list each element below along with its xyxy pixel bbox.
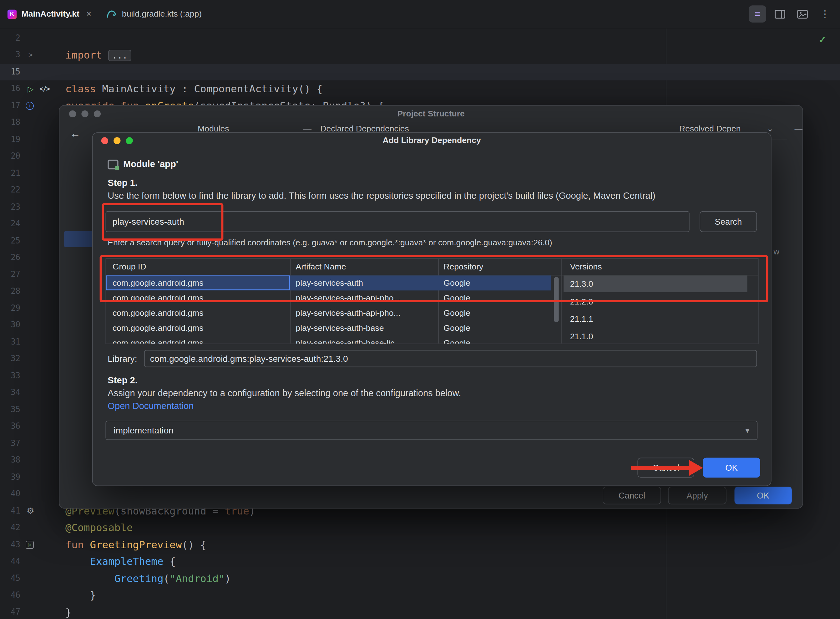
code-token: () { — [182, 538, 206, 550]
code-line: 47} — [0, 604, 840, 619]
dropdown-chevron-icon: ▾ — [746, 426, 750, 435]
fold-icon[interactable]: > — [25, 50, 35, 60]
line-number: 39 — [0, 469, 20, 486]
code-line: 2 — [0, 30, 840, 46]
tab-buildgradle[interactable]: build.gradle.kts (:app) — [99, 0, 209, 28]
collapse-icon[interactable]: — — [794, 124, 803, 134]
step2-text: Assign your dependency to a configuratio… — [107, 388, 756, 399]
tab-mainactivity[interactable]: MainActivity.kt × — [0, 0, 99, 28]
preview-image-icon[interactable] — [794, 5, 811, 22]
configuration-dropdown[interactable]: implementation ▾ — [105, 420, 758, 440]
code-line: 44 ExampleTheme { — [0, 553, 840, 570]
code-text: Greeting("Android") — [66, 570, 231, 587]
code-text: class MainActivity : ComponentActivity()… — [66, 81, 323, 97]
chevron-down-icon[interactable]: ⌄ — [767, 124, 773, 134]
gradle-file-icon — [106, 10, 117, 18]
code-text: } — [66, 604, 72, 619]
line-number: 19 — [0, 131, 20, 148]
ok-button[interactable]: OK — [703, 458, 760, 477]
tab-label: MainActivity.kt — [22, 9, 79, 19]
line-number: 18 — [0, 114, 20, 131]
line-number: 41 — [0, 502, 20, 519]
code-token: MainActivity : ComponentActivity() { — [102, 82, 323, 94]
line-number: 22 — [0, 182, 20, 199]
line-number: 31 — [0, 333, 20, 350]
line-number: 46 — [0, 587, 20, 604]
module-icon — [107, 160, 118, 169]
line-number: 44 — [0, 553, 20, 570]
line-number: 17 — [0, 97, 20, 114]
code-token: Greeting — [115, 572, 164, 584]
annotation-arrow-shaft — [631, 466, 690, 470]
gutter-icons: ▷ — [25, 536, 34, 553]
version-item[interactable]: 21.1.0 — [562, 327, 759, 344]
line-number: 24 — [0, 215, 20, 232]
tags-icon[interactable]: </> — [40, 84, 49, 94]
step1-title: Step 1. — [107, 178, 137, 189]
annotation-rect-results — [100, 255, 768, 302]
code-token — [66, 555, 90, 567]
window-title: Project Structure — [60, 109, 803, 119]
modules-panel-title: Modules — [198, 124, 229, 134]
line-number: 2 — [0, 30, 20, 46]
ps-ok-button[interactable]: OK — [735, 487, 792, 504]
gutter-icons: ⚙ — [25, 502, 35, 519]
resolved-dependencies-header: Resolved Depen — [679, 124, 740, 134]
code-token: GreetingPreview — [90, 538, 182, 550]
run-icon[interactable]: ▷ — [25, 84, 35, 94]
code-token: } — [66, 589, 96, 601]
compose-icon[interactable]: ▷ — [25, 541, 34, 549]
code-token: ) — [225, 572, 231, 584]
declared-dependencies-header: Declared Dependencies — [320, 124, 409, 134]
code-token: ExampleTheme — [90, 555, 163, 567]
tabbar-actions: ≡ ⋮ — [749, 5, 834, 23]
line-number: 47 — [0, 604, 20, 619]
line-number: 30 — [0, 317, 20, 333]
line-number: 21 — [0, 165, 20, 182]
version-label: 21.1.1 — [570, 311, 593, 327]
step1-text: Use the form below to find the library t… — [107, 191, 756, 202]
more-options-icon[interactable]: ⋮ — [816, 5, 834, 22]
splitter-icon: — — [303, 124, 312, 134]
inspection-check-icon[interactable]: ✓ — [818, 34, 826, 46]
code-line: 42@Composable — [0, 519, 840, 537]
version-item[interactable]: 21.1.1 — [562, 311, 759, 327]
line-number: 23 — [0, 199, 20, 215]
line-number: 27 — [0, 266, 20, 283]
code-text: ExampleTheme { — [66, 553, 176, 570]
line-number: 38 — [0, 452, 20, 469]
code-line: 46 } — [0, 587, 840, 604]
code-token: @Composable — [66, 521, 133, 533]
annotation-arrow — [631, 460, 704, 475]
structure-toggle-icon[interactable]: ≡ — [749, 5, 766, 22]
line-number: 45 — [0, 570, 20, 587]
line-number: 28 — [0, 283, 20, 300]
module-row: Module 'app' — [107, 159, 178, 170]
code-text: import ... — [66, 46, 131, 64]
ps-apply-button[interactable]: Apply — [668, 487, 727, 504]
code-line: 45 Greeting("Android") — [0, 570, 840, 587]
code-token: fun — [66, 538, 90, 550]
code-line: 3>import ... — [0, 46, 840, 64]
split-layout-icon[interactable] — [771, 5, 789, 22]
override-icon[interactable]: ↑ — [25, 102, 34, 110]
search-button[interactable]: Search — [700, 211, 757, 232]
annotation-arrow-head — [689, 460, 703, 475]
library-input[interactable] — [144, 350, 757, 367]
gutter-icons: ↑ — [25, 97, 34, 114]
code-token: ( — [164, 572, 170, 584]
ps-cancel-button[interactable]: Cancel — [603, 487, 661, 504]
clipped-text-fragment: w — [774, 247, 780, 256]
line-number: 33 — [0, 368, 20, 384]
back-arrow-icon[interactable]: ← — [70, 128, 81, 140]
code-line: 15 — [0, 64, 840, 81]
line-number: 20 — [0, 148, 20, 165]
annotation-rect-search — [101, 203, 223, 241]
close-icon[interactable]: × — [86, 9, 91, 19]
open-documentation-link[interactable]: Open Documentation — [107, 401, 194, 411]
step2-title: Step 2. — [107, 375, 137, 386]
line-number: 36 — [0, 418, 20, 435]
line-number: 32 — [0, 350, 20, 368]
code-token: class — [66, 82, 102, 94]
gear-icon[interactable]: ⚙ — [25, 506, 35, 516]
